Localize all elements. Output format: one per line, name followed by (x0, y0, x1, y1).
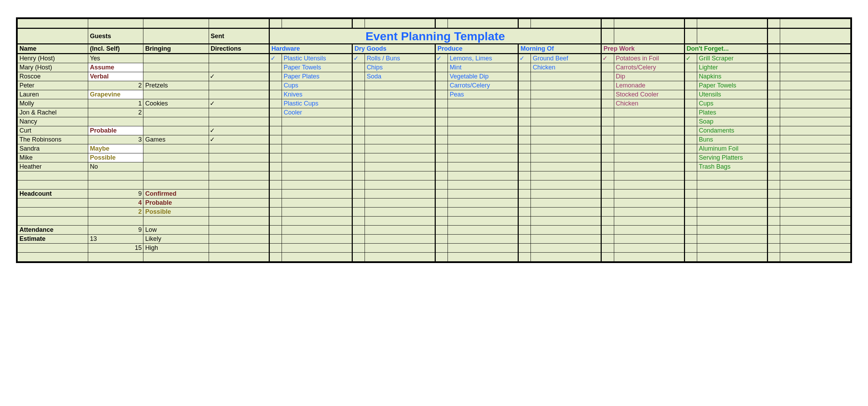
list-item[interactable]: Buns (697, 135, 767, 144)
check-cell[interactable] (269, 90, 282, 99)
list-item[interactable] (448, 108, 518, 117)
attendance-low[interactable]: Low (143, 226, 209, 235)
check-cell[interactable]: ✓ (269, 54, 282, 63)
list-item[interactable]: Soda (365, 72, 435, 81)
guest-name[interactable]: Sandra (18, 144, 88, 153)
headcount-label[interactable]: Headcount (18, 189, 88, 198)
guest-directions[interactable] (209, 63, 269, 72)
check-cell[interactable] (684, 144, 697, 153)
guest-directions[interactable]: ✓ (209, 72, 269, 81)
guest-name[interactable]: Mary (Host) (18, 63, 88, 72)
guest-incl[interactable]: No (88, 162, 143, 171)
list-item[interactable] (614, 126, 684, 135)
check-cell[interactable] (435, 63, 448, 72)
guest-directions[interactable] (209, 162, 269, 171)
list-item[interactable] (531, 126, 601, 135)
list-item[interactable]: Paper Towels (697, 81, 767, 90)
list-item[interactable]: Dip (614, 72, 684, 81)
list-item[interactable] (614, 135, 684, 144)
check-cell[interactable] (435, 117, 448, 126)
check-cell[interactable] (518, 117, 531, 126)
guest-bringing[interactable] (143, 54, 209, 63)
check-cell[interactable] (435, 108, 448, 117)
guest-incl[interactable]: Grapevine (88, 90, 143, 99)
guest-directions[interactable]: ✓ (209, 126, 269, 135)
guest-directions[interactable] (209, 144, 269, 153)
list-item[interactable]: Paper Plates (282, 72, 352, 81)
list-item[interactable]: Cups (282, 81, 352, 90)
list-item[interactable]: Plastic Cups (282, 99, 352, 108)
guest-name[interactable]: Molly (18, 99, 88, 108)
guest-name[interactable]: Lauren (18, 90, 88, 99)
check-cell[interactable] (435, 90, 448, 99)
guest-incl[interactable]: 2 (88, 108, 143, 117)
check-cell[interactable] (684, 162, 697, 171)
check-cell[interactable] (601, 117, 614, 126)
list-item[interactable] (531, 72, 601, 81)
check-cell[interactable] (684, 81, 697, 90)
guest-bringing[interactable]: Cookies (143, 99, 209, 108)
check-cell[interactable] (269, 135, 282, 144)
list-item[interactable]: Cups (697, 99, 767, 108)
guest-name[interactable]: Nancy (18, 117, 88, 126)
list-item[interactable] (365, 81, 435, 90)
estimate-likely-num[interactable]: 13 (88, 235, 143, 244)
headcount-confirmed[interactable]: Confirmed (143, 189, 209, 198)
check-cell[interactable] (601, 126, 614, 135)
guest-incl[interactable]: 2 (88, 81, 143, 90)
col-dont-forget[interactable]: Don't Forget... (684, 44, 767, 54)
list-item[interactable] (531, 90, 601, 99)
guest-incl[interactable]: Yes (88, 54, 143, 63)
list-item[interactable] (531, 99, 601, 108)
check-cell[interactable] (352, 90, 365, 99)
guest-bringing[interactable] (143, 126, 209, 135)
check-cell[interactable] (601, 108, 614, 117)
check-cell[interactable] (269, 63, 282, 72)
check-cell[interactable] (435, 81, 448, 90)
check-cell[interactable] (269, 108, 282, 117)
check-cell[interactable]: ✓ (601, 54, 614, 63)
check-cell[interactable] (269, 126, 282, 135)
guest-incl[interactable]: 3 (88, 135, 143, 144)
guest-name[interactable]: Curt (18, 126, 88, 135)
check-cell[interactable] (601, 90, 614, 99)
col-hardware[interactable]: Hardware (269, 44, 352, 54)
list-item[interactable] (282, 135, 352, 144)
list-item[interactable] (531, 81, 601, 90)
check-cell[interactable] (352, 153, 365, 162)
check-cell[interactable] (684, 153, 697, 162)
list-item[interactable] (448, 117, 518, 126)
list-item[interactable] (614, 144, 684, 153)
guest-directions[interactable] (209, 153, 269, 162)
guest-incl[interactable]: Possible (88, 153, 143, 162)
check-cell[interactable] (352, 81, 365, 90)
guest-name[interactable]: Heather (18, 162, 88, 171)
list-item[interactable]: Plastic Utensils (282, 54, 352, 63)
check-cell[interactable] (684, 126, 697, 135)
estimate-likely[interactable]: Likely (143, 235, 209, 244)
list-item[interactable]: Paper Towels (282, 63, 352, 72)
list-item[interactable]: Mint (448, 63, 518, 72)
guest-directions[interactable] (209, 90, 269, 99)
guest-bringing[interactable] (143, 153, 209, 162)
list-item[interactable]: Ground Beef (531, 54, 601, 63)
guest-directions[interactable] (209, 117, 269, 126)
check-cell[interactable] (352, 162, 365, 171)
check-cell[interactable] (352, 99, 365, 108)
list-item[interactable] (531, 117, 601, 126)
check-cell[interactable] (352, 63, 365, 72)
guest-directions[interactable] (209, 108, 269, 117)
list-item[interactable]: Peas (448, 90, 518, 99)
check-cell[interactable] (435, 126, 448, 135)
check-cell[interactable] (269, 99, 282, 108)
list-item[interactable] (531, 144, 601, 153)
check-cell[interactable] (684, 135, 697, 144)
headcount-possible[interactable]: Possible (143, 208, 209, 217)
list-item[interactable]: Condaments (697, 126, 767, 135)
list-item[interactable] (448, 144, 518, 153)
list-item[interactable]: Trash Bags (697, 162, 767, 171)
list-item[interactable]: Grill Scraper (697, 54, 767, 63)
list-item[interactable] (365, 117, 435, 126)
guest-incl[interactable]: Assume (88, 63, 143, 72)
list-item[interactable] (531, 108, 601, 117)
